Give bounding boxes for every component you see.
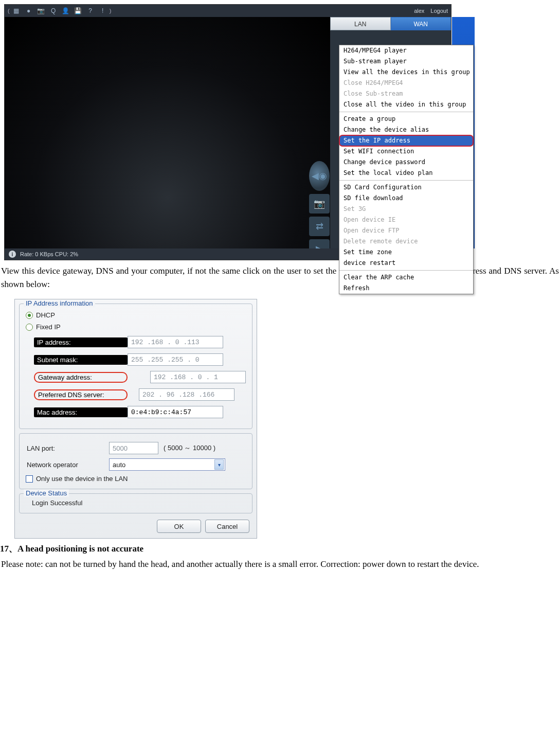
ok-button[interactable]: OK xyxy=(157,520,201,533)
ctx-delete-remote: Delete remote device xyxy=(339,236,473,247)
toolbar-alert-icon[interactable]: ! xyxy=(97,6,109,15)
mac-address-label: Mac address: xyxy=(34,407,128,417)
status-text: Rate: 0 KBps CPU: 2% xyxy=(20,251,78,257)
toolbar-help-icon[interactable]: ? xyxy=(85,6,96,15)
ctx-sd-download[interactable]: SD file download xyxy=(339,193,473,204)
subnet-mask-label: Subnet mask: xyxy=(34,355,128,365)
toolbar-search-icon[interactable]: Q xyxy=(48,6,59,15)
tab-lan[interactable]: LAN xyxy=(330,17,391,30)
ctx-separator xyxy=(339,270,473,271)
app-toolbar: ( ▦ ● 📷 Q 👤 💾 ? ! ) alex Logout xyxy=(5,5,451,17)
ctx-sd-config[interactable]: SD Card Configuration xyxy=(339,182,473,193)
video-preview-area xyxy=(5,17,330,248)
ptz-snapshot-icon[interactable]: 📷 xyxy=(309,194,330,213)
network-operator-label: Network operator xyxy=(27,461,104,469)
ctx-close-all-video[interactable]: Close all the video in this group xyxy=(339,99,473,110)
dhcp-radio[interactable] xyxy=(26,312,33,319)
ctx-set-wifi[interactable]: Set WIFI connection xyxy=(339,146,473,157)
ctx-clear-arp[interactable]: Clear the ARP cache xyxy=(339,272,473,283)
ip-address-dialog: IP Address information DHCP Fixed IP IP … xyxy=(14,299,257,539)
device-context-menu: H264/MPEG4 player Sub-stream player View… xyxy=(339,45,474,294)
dhcp-label: DHCP xyxy=(36,311,55,319)
toolbar-record-icon[interactable]: ● xyxy=(23,6,34,15)
ctx-view-all-devices[interactable]: View all the devices in this group xyxy=(339,67,473,78)
ctx-set-timezone[interactable]: Set time zone xyxy=(339,247,473,258)
ip-info-legend: IP Address information xyxy=(24,299,95,307)
ctx-refresh[interactable]: Refresh xyxy=(339,283,473,294)
ctx-set-3g: Set 3G xyxy=(339,204,473,215)
camera-client-window: ( ▦ ● 📷 Q 👤 💾 ? ! ) alex Logout LAN WAN … xyxy=(4,4,451,260)
network-operator-select[interactable]: auto ▾ xyxy=(109,458,225,471)
ctx-substream-player[interactable]: Sub-stream player xyxy=(339,56,473,67)
fixed-ip-radio[interactable] xyxy=(26,324,33,331)
current-user: alex xyxy=(414,8,424,14)
toolbar-grid-icon[interactable]: ▦ xyxy=(11,6,22,15)
ctx-open-ftp: Open device FTP xyxy=(339,225,473,236)
fixed-ip-label: Fixed IP xyxy=(36,323,61,331)
ctx-device-restart[interactable]: device restart xyxy=(339,258,473,269)
lan-port-label: LAN port: xyxy=(27,444,104,452)
ctx-close-substream: Close Sub-stream xyxy=(339,88,473,99)
ctx-set-ip-address[interactable]: Set the IP address xyxy=(339,135,473,146)
ctx-separator xyxy=(339,112,473,112)
gateway-input[interactable]: 192 .168 . 0 . 1 xyxy=(150,371,246,383)
ip-info-fieldset: IP Address information DHCP Fixed IP IP … xyxy=(19,304,252,429)
doc-paragraph-1: View this device gateway, DNS and your c… xyxy=(0,264,560,291)
network-operator-value: auto xyxy=(113,461,125,469)
dns-label: Preferred DNS server: xyxy=(34,389,128,400)
ctx-local-video-plan[interactable]: Set the local video plan xyxy=(339,168,473,179)
mac-address-input[interactable]: 0:e4:b9:c:4a:57 xyxy=(128,406,223,418)
ptz-side-controls: ◀◉ 📷 ⇄ ▶ xyxy=(309,161,330,259)
ip-address-input[interactable]: 192 .168 . 0 .113 xyxy=(128,336,223,348)
ctx-change-alias[interactable]: Change the device alias xyxy=(339,124,473,135)
ip-address-label: IP address: xyxy=(34,337,128,347)
doc-paragraph-2: Please note: can not be turned by hand t… xyxy=(0,558,560,571)
doc-heading-17: 17、A head positioning is not accurate xyxy=(0,543,560,555)
ptz-swap-icon[interactable]: ⇄ xyxy=(309,217,330,236)
logout-link[interactable]: Logout xyxy=(430,8,448,14)
ctx-close-h264: Close H264/MPEG4 xyxy=(339,78,473,88)
chevron-down-icon[interactable]: ▾ xyxy=(214,459,224,470)
ctx-h264-player[interactable]: H264/MPEG4 player xyxy=(339,45,473,56)
lan-port-range: ( 5000 ～ 10000 ) xyxy=(164,443,215,453)
dns-input[interactable]: 202 . 96 .128 .166 xyxy=(139,388,234,401)
ptz-joystick-icon[interactable]: ◀◉ xyxy=(309,161,330,191)
toolbar-user-icon[interactable]: 👤 xyxy=(60,6,71,15)
device-status-fieldset: Device Status Login Successful xyxy=(19,493,252,513)
toolbar-snapshot-icon[interactable]: 📷 xyxy=(35,6,47,15)
ports-fieldset: LAN port: 5000 ( 5000 ～ 10000 ) Network … xyxy=(19,433,252,489)
ctx-change-password[interactable]: Change device password xyxy=(339,157,473,168)
ctx-separator xyxy=(339,180,473,181)
ctx-create-group[interactable]: Create a group xyxy=(339,114,473,124)
toolbar-save-icon[interactable]: 💾 xyxy=(73,6,84,15)
ctx-open-ie: Open device IE xyxy=(339,215,473,225)
info-icon: i xyxy=(9,251,16,258)
only-lan-checkbox[interactable] xyxy=(26,475,33,483)
cancel-button[interactable]: Cancel xyxy=(205,520,249,533)
only-lan-label: Only use the device in the LAN xyxy=(36,475,128,483)
gateway-label: Gateway address: xyxy=(34,372,128,383)
device-status-legend: Device Status xyxy=(24,489,69,497)
device-status-text: Login Successful xyxy=(32,499,247,507)
subnet-mask-input[interactable]: 255 .255 .255 . 0 xyxy=(128,353,223,366)
tab-wan[interactable]: WAN xyxy=(391,17,451,30)
lan-port-input[interactable]: 5000 xyxy=(109,442,158,454)
